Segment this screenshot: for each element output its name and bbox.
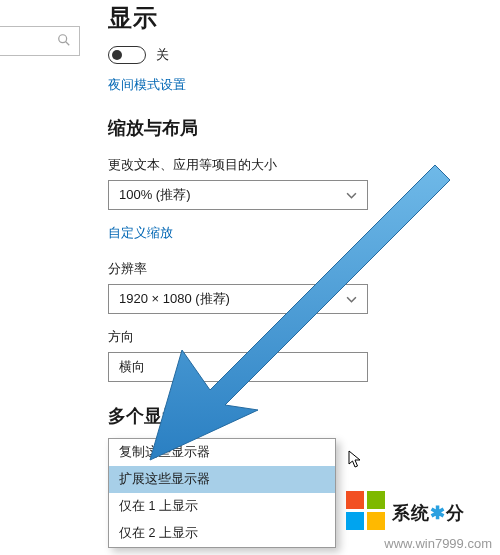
- chevron-down-icon: [346, 294, 357, 305]
- multi-display-dropdown[interactable]: 复制这些显示器 扩展这些显示器 仅在 1 上显示 仅在 2 上显示: [108, 438, 336, 548]
- microsoft-logo-icon: [346, 491, 385, 530]
- toggle-state-label: 关: [156, 46, 169, 64]
- custom-scaling-link[interactable]: 自定义缩放: [108, 224, 173, 242]
- combo-text-size-value: 100% (推荐): [119, 186, 191, 204]
- opt-show-only-1[interactable]: 仅在 1 上显示: [109, 493, 335, 520]
- search-icon: [57, 33, 71, 50]
- opt-extend-displays[interactable]: 扩展这些显示器: [109, 466, 335, 493]
- opt-show-only-2[interactable]: 仅在 2 上显示: [109, 520, 335, 547]
- toggle-knob: [112, 50, 122, 60]
- night-mode-settings-link[interactable]: 夜间模式设置: [108, 76, 186, 94]
- opt-duplicate-displays[interactable]: 复制这些显示器: [109, 439, 335, 466]
- combo-orientation-value: 横向: [119, 358, 145, 376]
- chevron-down-icon: [346, 190, 357, 201]
- combo-resolution[interactable]: 1920 × 1080 (推荐): [108, 284, 368, 314]
- watermark-brand: 系统✱分: [392, 501, 465, 525]
- section-multi-display: 多个显示器: [108, 404, 492, 428]
- watermark-url: www.win7999.com: [384, 536, 492, 551]
- svg-line-1: [66, 41, 70, 45]
- label-resolution: 分辨率: [108, 260, 492, 278]
- night-mode-toggle[interactable]: [108, 46, 146, 64]
- combo-text-size[interactable]: 100% (推荐): [108, 180, 368, 210]
- watermark: 系统✱分 www.win7999.com: [340, 491, 500, 555]
- combo-orientation[interactable]: 横向: [108, 352, 368, 382]
- page-title: 显示: [108, 2, 492, 34]
- label-text-size: 更改文本、应用等项目的大小: [108, 156, 492, 174]
- section-scale-layout: 缩放与布局: [108, 116, 492, 140]
- search-box[interactable]: [0, 26, 80, 56]
- label-orientation: 方向: [108, 328, 492, 346]
- svg-point-0: [59, 34, 67, 42]
- combo-resolution-value: 1920 × 1080 (推荐): [119, 290, 230, 308]
